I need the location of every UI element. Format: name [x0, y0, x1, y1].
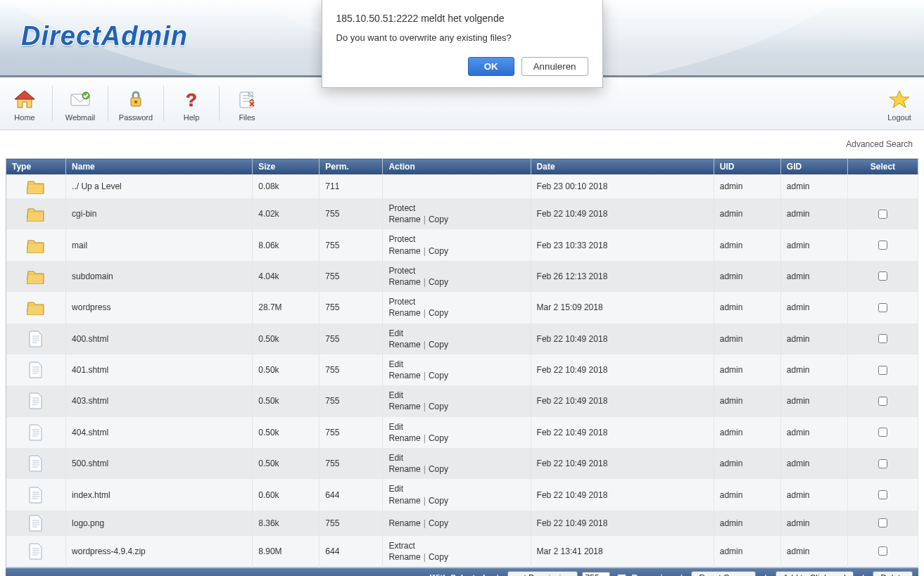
perm-link[interactable]: 755	[325, 428, 339, 437]
action-rename[interactable]: Rename	[388, 246, 420, 256]
perm-link[interactable]: 755	[325, 241, 339, 250]
action-edit[interactable]: Edit	[388, 484, 403, 494]
action-protect[interactable]: Protect	[388, 266, 415, 276]
action-rename[interactable]: Rename	[388, 496, 420, 506]
action-edit[interactable]: Edit	[388, 390, 403, 400]
action-protect[interactable]: Protect	[388, 297, 415, 307]
col-select[interactable]: Select	[847, 159, 918, 175]
row-select-checkbox[interactable]	[878, 397, 887, 406]
file-name-link[interactable]: wordpress-4.9.4.zip	[72, 546, 146, 556]
action-rename[interactable]: Rename	[388, 371, 420, 380]
col-date[interactable]: Date	[531, 159, 714, 175]
action-edit[interactable]: Edit	[388, 422, 403, 432]
cell-action: ProtectRename|Copy	[383, 229, 531, 260]
file-name-link[interactable]: 403.shtml	[72, 396, 108, 406]
cell-action: ProtectRename|Copy	[383, 292, 531, 323]
toolbar-files[interactable]: Files	[222, 85, 272, 122]
action-rename[interactable]: Rename	[388, 464, 420, 474]
row-select-checkbox[interactable]	[878, 546, 887, 556]
action-copy[interactable]: Copy	[429, 215, 448, 224]
row-select-checkbox[interactable]	[878, 303, 887, 312]
col-perm[interactable]: Perm.	[319, 159, 383, 175]
file-name-link[interactable]: 500.shtml	[72, 459, 108, 468]
col-gid[interactable]: GID	[780, 159, 847, 175]
perm-link[interactable]: 644	[325, 490, 339, 500]
file-name-link[interactable]: logo.png	[72, 518, 104, 528]
col-action[interactable]: Action	[383, 159, 531, 175]
row-select-checkbox[interactable]	[878, 271, 887, 281]
toolbar-home[interactable]: Home	[0, 85, 49, 122]
file-name-link[interactable]: ../ Up a Level	[72, 181, 122, 191]
file-name-link[interactable]: 401.shtml	[72, 365, 108, 375]
perm-link[interactable]: 755	[325, 365, 339, 375]
action-edit[interactable]: Edit	[388, 453, 403, 463]
action-copy[interactable]: Copy	[429, 518, 448, 528]
action-rename[interactable]: Rename	[388, 518, 420, 528]
col-uid[interactable]: UID	[714, 159, 780, 175]
row-select-checkbox[interactable]	[878, 334, 887, 343]
action-rename[interactable]: Rename	[388, 215, 420, 224]
advanced-search-link[interactable]: Advanced Search	[846, 139, 913, 149]
action-copy[interactable]: Copy	[429, 496, 448, 506]
file-name-link[interactable]: 404.shtml	[72, 428, 108, 437]
row-select-checkbox[interactable]	[878, 518, 887, 527]
action-protect[interactable]: Protect	[388, 234, 415, 244]
action-edit[interactable]: Edit	[388, 328, 403, 338]
action-extract[interactable]: Extract	[388, 541, 414, 551]
perm-link[interactable]: 755	[325, 396, 339, 406]
action-copy[interactable]: Copy	[429, 246, 448, 256]
row-select-checkbox[interactable]	[878, 241, 887, 250]
toolbar-help[interactable]: ? Help	[167, 85, 216, 122]
permission-value-input[interactable]	[582, 572, 610, 576]
perm-link[interactable]: 644	[325, 546, 339, 556]
recursive-checkbox[interactable]	[617, 574, 626, 576]
action-rename[interactable]: Rename	[388, 308, 420, 318]
reset-owner-button[interactable]: Reset Owner	[691, 571, 756, 576]
add-to-clipboard-button[interactable]: Add to Clipboard	[776, 571, 854, 576]
file-name-link[interactable]: subdomain	[72, 271, 113, 281]
perm-link[interactable]: 711	[325, 181, 339, 191]
col-name[interactable]: Name	[66, 159, 253, 175]
row-select-checkbox[interactable]	[878, 366, 887, 375]
perm-link[interactable]: 755	[325, 209, 339, 219]
action-copy[interactable]: Copy	[429, 340, 448, 350]
action-copy[interactable]: Copy	[429, 277, 448, 287]
toolbar-logout[interactable]: Logout	[875, 85, 924, 122]
file-name-link[interactable]: wordpress	[72, 302, 110, 312]
action-rename[interactable]: Rename	[388, 340, 420, 350]
toolbar-webmail[interactable]: Webmail	[56, 85, 105, 122]
file-name-link[interactable]: index.html	[72, 490, 110, 500]
action-rename[interactable]: Rename	[388, 552, 420, 562]
row-select-checkbox[interactable]	[878, 490, 887, 499]
perm-link[interactable]: 755	[325, 518, 339, 528]
perm-link[interactable]: 755	[325, 459, 339, 468]
toolbar-password[interactable]: Password	[111, 85, 160, 122]
action-rename[interactable]: Rename	[388, 433, 420, 443]
action-copy[interactable]: Copy	[429, 552, 448, 562]
perm-link[interactable]: 755	[325, 271, 339, 281]
perm-link[interactable]: 755	[325, 302, 339, 312]
file-name-link[interactable]: 400.shtml	[72, 334, 108, 344]
action-copy[interactable]: Copy	[429, 464, 448, 474]
col-size[interactable]: Size	[253, 159, 319, 175]
action-copy[interactable]: Copy	[429, 433, 448, 443]
set-permission-button[interactable]: set Permission	[507, 571, 578, 576]
row-select-checkbox[interactable]	[878, 459, 887, 468]
dialog-cancel-button[interactable]: Annuleren	[521, 57, 588, 76]
action-edit[interactable]: Edit	[388, 359, 403, 369]
file-name-link[interactable]: cgi-bin	[72, 209, 96, 219]
row-select-checkbox[interactable]	[878, 428, 887, 437]
row-select-checkbox[interactable]	[878, 210, 887, 219]
action-copy[interactable]: Copy	[429, 371, 448, 380]
perm-link[interactable]: 755	[325, 334, 339, 344]
action-copy[interactable]: Copy	[429, 402, 448, 411]
action-rename[interactable]: Rename	[388, 277, 420, 287]
action-rename[interactable]: Rename	[388, 402, 420, 411]
dialog-ok-button[interactable]: OK	[468, 57, 514, 76]
file-name-link[interactable]: mail	[72, 241, 87, 250]
col-type[interactable]: Type	[6, 159, 66, 175]
action-protect[interactable]: Protect	[388, 203, 415, 213]
delete-button[interactable]: Delete	[873, 571, 913, 576]
cell-date: Feb 23 10:33 2018	[531, 229, 714, 260]
action-copy[interactable]: Copy	[429, 308, 448, 318]
